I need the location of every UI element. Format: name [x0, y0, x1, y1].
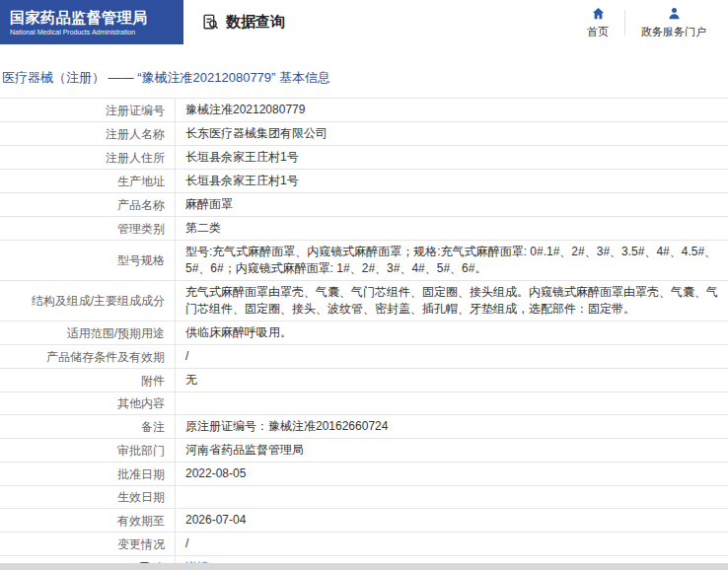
row-label: 生产地址: [117, 174, 165, 189]
row-value: 充气式麻醉面罩由罩壳、气囊、气门芯组件、固定圈、接头组成。内窥镜式麻醉面罩由罩壳…: [185, 284, 718, 318]
nmpa-logo[interactable]: 国家药品监督管理局 National Medical Products Admi…: [0, 0, 183, 44]
nav-home[interactable]: 首页: [571, 6, 624, 39]
table-row: 注册证编号 豫械注准20212080779: [0, 99, 728, 122]
row-label: 结构及组成/主要组成成分: [32, 293, 165, 309]
nav-gov-portal[interactable]: 政务服务门户: [625, 6, 722, 39]
table-row: 附件 无: [0, 369, 728, 392]
footer-strip: [0, 563, 728, 570]
row-label: 审批部门: [117, 443, 165, 459]
row-value: 第二类: [185, 220, 221, 237]
row-value: 河南省药品监督管理局: [185, 442, 304, 459]
table-row: 型号规格 型号:充气式麻醉面罩、内窥镜式麻醉面罩；规格:充气式麻醉面罩: 0#.…: [0, 241, 728, 281]
info-table: 注册证编号 豫械注准20212080779 注册人名称 长东医疗器械集团有限公司…: [0, 98, 728, 570]
table-row: 适用范围/预期用途 供临床麻醉呼吸用。: [0, 321, 728, 345]
table-row: 管理类别 第二类: [0, 217, 728, 241]
org-name-en: National Medical Products Administration: [10, 28, 183, 36]
table-row: 变更情况 /: [0, 533, 728, 556]
data-query-icon: [201, 13, 220, 32]
row-label: 其他内容: [117, 395, 165, 411]
org-name-cn: 国家药品监督管理局: [10, 9, 183, 26]
table-row: 审批部门 河南省药品监督管理局: [0, 439, 728, 463]
row-value: /: [185, 348, 188, 365]
table-row: 产品储存条件及有效期 /: [0, 345, 728, 369]
table-row: 结构及组成/主要组成成分 充气式麻醉面罩由罩壳、气囊、气门芯组件、固定圈、接头组…: [0, 281, 728, 321]
row-label: 注册人名称: [106, 126, 165, 142]
table-row: 批准日期 2022-08-05: [0, 463, 728, 486]
row-label: 适用范围/预期用途: [67, 325, 165, 341]
table-row: 生效日期: [0, 486, 728, 509]
table-row: 有效期至 2026-07-04: [0, 509, 728, 533]
table-row: 注册人名称 长东医疗器械集团有限公司: [0, 122, 728, 146]
row-label: 注册证编号: [106, 103, 165, 118]
header-nav: 首页 政务服务门户: [571, 6, 722, 39]
row-value: 无: [185, 372, 197, 389]
user-icon: [667, 6, 682, 22]
table-row: 其他内容: [0, 392, 728, 415]
row-label: 生效日期: [117, 489, 165, 505]
table-row: 生产地址 长垣县佘家王庄村1号: [0, 170, 728, 193]
row-label: 有效期至: [117, 513, 165, 529]
row-label: 变更情况: [117, 536, 165, 552]
data-query-title-group[interactable]: 数据查询: [201, 13, 285, 32]
row-value: 原注册证编号：豫械注准20162660724: [185, 418, 388, 435]
app-title: 数据查询: [226, 13, 285, 32]
row-value: 长垣县佘家王庄村1号: [185, 149, 299, 166]
row-value: /: [185, 535, 188, 552]
row-value: 2022-08-05: [185, 465, 246, 482]
row-label: 注册人住所: [106, 150, 165, 166]
row-value: 豫械注准20212080779: [185, 102, 305, 118]
row-label: 型号规格: [117, 252, 165, 268]
row-value: 供临床麻醉呼吸用。: [185, 324, 292, 341]
home-icon: [591, 6, 606, 22]
table-row: 注册人住所 长垣县佘家王庄村1号: [0, 146, 728, 170]
row-label: 产品名称: [117, 197, 165, 213]
table-row: 产品名称 麻醉面罩: [0, 193, 728, 217]
nav-home-label: 首页: [587, 25, 609, 39]
nav-gov-portal-label: 政务服务门户: [641, 25, 706, 39]
row-label: 备注: [141, 419, 165, 435]
table-row: 备注 原注册证编号：豫械注准20162660724: [0, 415, 728, 439]
row-value: 2026-07-04: [185, 512, 246, 529]
row-value: 长东医疗器械集团有限公司: [185, 125, 328, 142]
row-label: 批准日期: [117, 466, 165, 482]
row-label: 产品储存条件及有效期: [46, 349, 165, 365]
row-label: 管理类别: [117, 221, 165, 237]
page-title: 医疗器械（注册） —— “豫械注准20212080779” 基本信息: [0, 70, 728, 98]
row-value: 麻醉面罩: [185, 196, 233, 213]
header: 国家药品监督管理局 National Medical Products Admi…: [0, 0, 728, 44]
row-value: 长垣县佘家王庄村1号: [185, 173, 299, 189]
row-value: 型号:充气式麻醉面罩、内窥镜式麻醉面罩；规格:充气式麻醉面罩: 0#.1#、2#…: [185, 244, 718, 277]
row-label: 附件: [141, 373, 165, 389]
